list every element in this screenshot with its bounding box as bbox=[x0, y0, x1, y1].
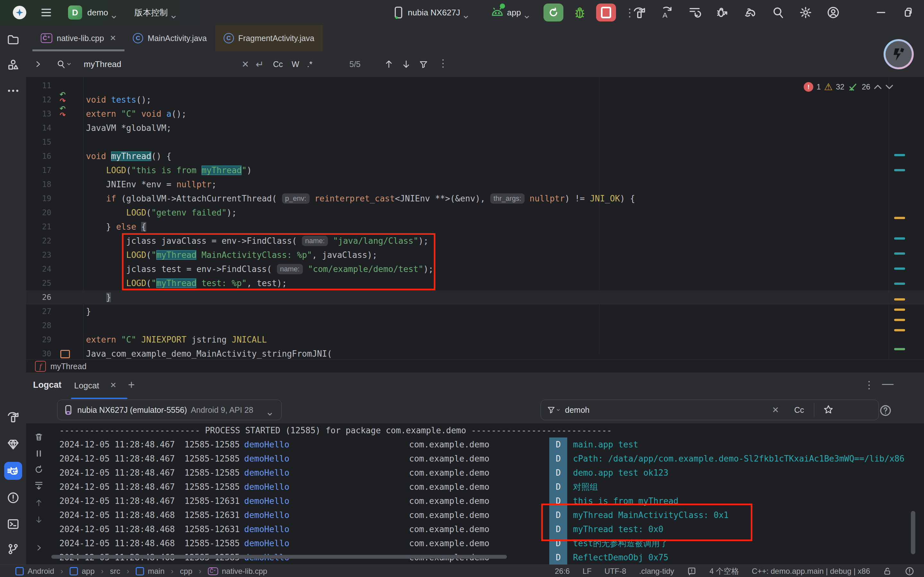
run-config-selector[interactable]: app bbox=[507, 8, 521, 18]
previous-occurrence-icon[interactable] bbox=[384, 59, 393, 69]
analyzer-status[interactable]: .clang-tidy bbox=[639, 567, 674, 576]
close-tab-icon[interactable]: ✕ bbox=[110, 34, 116, 43]
clear-filter-icon[interactable]: ✕ bbox=[772, 405, 779, 415]
target-device-selector[interactable]: nubia NX627J bbox=[408, 8, 460, 18]
search-everywhere-icon[interactable] bbox=[771, 6, 785, 19]
line-number[interactable]: 30 bbox=[26, 347, 51, 359]
floating-widget[interactable] bbox=[884, 39, 914, 69]
line-number[interactable]: 18 bbox=[26, 177, 51, 192]
stripe-search-mark[interactable] bbox=[894, 169, 905, 171]
logcat-filter-field[interactable]: demoh ✕ Cc bbox=[540, 400, 879, 420]
account-icon[interactable] bbox=[826, 6, 840, 19]
stripe-warning-mark[interactable] bbox=[894, 298, 905, 301]
resource-manager-icon[interactable] bbox=[4, 56, 22, 74]
logcat-output[interactable]: ---------------------------- PROCESS STA… bbox=[26, 423, 924, 564]
line-number[interactable]: 17 bbox=[26, 163, 51, 177]
code-line[interactable]: 14JavaVM *globalVM; bbox=[26, 121, 924, 135]
favorite-filter-icon[interactable] bbox=[823, 405, 834, 415]
help-icon[interactable] bbox=[879, 404, 892, 417]
line-number[interactable]: 24 bbox=[26, 262, 51, 276]
project-selector[interactable]: D demo bbox=[68, 5, 116, 19]
tab-mainactivity-java[interactable]: C MainActivity.java bbox=[124, 25, 215, 51]
breadcrumb-item[interactable]: main bbox=[148, 567, 164, 576]
line-number[interactable]: 26 bbox=[26, 290, 51, 305]
restore-icon[interactable] bbox=[901, 6, 914, 19]
filter-match-case-toggle[interactable]: Cc bbox=[794, 405, 804, 415]
caret-position[interactable]: 26:6 bbox=[555, 567, 570, 576]
vcs-widget[interactable]: 版本控制 bbox=[134, 7, 176, 18]
new-logcat-tab-icon[interactable]: + bbox=[128, 378, 135, 392]
filter-icon[interactable] bbox=[547, 405, 560, 414]
code-line[interactable]: 28 bbox=[26, 319, 924, 333]
words-toggle[interactable]: W bbox=[292, 60, 299, 69]
code-line[interactable]: 19 if (globalVM->AttachCurrentThread( p_… bbox=[26, 192, 924, 206]
line-number[interactable]: 13 bbox=[26, 107, 51, 121]
line-number[interactable]: 28 bbox=[26, 319, 51, 333]
breadcrumb-item[interactable]: Android bbox=[27, 567, 54, 576]
inspection-widget-icon[interactable] bbox=[687, 566, 697, 576]
code-line[interactable]: 13↶↷extern "C" void a(); bbox=[26, 107, 924, 121]
logcat-options-icon[interactable]: ⋮ bbox=[864, 379, 874, 391]
attach-debugger-icon[interactable] bbox=[716, 6, 729, 19]
newline-icon[interactable]: ↵ bbox=[256, 59, 264, 70]
code-line[interactable]: 27} bbox=[26, 305, 924, 319]
code-line[interactable]: 15 bbox=[26, 135, 924, 149]
build-configuration[interactable]: C++: demo.app.main | debug | x86 bbox=[752, 567, 870, 576]
breadcrumb-function[interactable]: myThread bbox=[50, 362, 87, 371]
search-mode-icon[interactable] bbox=[56, 59, 71, 69]
code-line[interactable]: 17 LOGD("this is from myThread") bbox=[26, 163, 924, 177]
build-icon[interactable] bbox=[633, 6, 646, 19]
terminal-tool-icon[interactable] bbox=[4, 515, 22, 533]
code-line[interactable]: 30Java_com_example_demo_MainActivity_str… bbox=[26, 347, 924, 359]
project-tool-icon[interactable] bbox=[4, 31, 22, 48]
previous-match-icon[interactable] bbox=[35, 499, 43, 507]
problems-tool-icon[interactable] bbox=[4, 489, 22, 507]
sync-icon[interactable]: A bbox=[660, 6, 674, 19]
next-match-icon[interactable] bbox=[35, 516, 43, 524]
run-config-chevron-icon[interactable] bbox=[524, 11, 529, 14]
more-tool-windows-icon[interactable] bbox=[4, 82, 22, 100]
code-line[interactable]: 26 } bbox=[26, 290, 924, 305]
alert-icon[interactable] bbox=[905, 566, 914, 576]
filter-query[interactable]: demoh bbox=[565, 405, 589, 415]
stripe-warning-mark[interactable] bbox=[894, 217, 905, 219]
line-number[interactable]: 21 bbox=[26, 220, 51, 234]
line-number[interactable]: 22 bbox=[26, 234, 51, 248]
indent-setting[interactable]: 4 个空格 bbox=[710, 566, 739, 576]
app-inspection-icon[interactable] bbox=[4, 435, 22, 453]
line-number[interactable]: 19 bbox=[26, 192, 51, 206]
main-menu-icon[interactable] bbox=[40, 6, 53, 19]
expand-replace-icon[interactable] bbox=[34, 60, 42, 68]
build-tool-icon[interactable] bbox=[4, 408, 22, 426]
breadcrumb-item[interactable]: src bbox=[110, 567, 120, 576]
regex-toggle[interactable]: .* bbox=[307, 60, 313, 69]
stripe-search-mark[interactable] bbox=[894, 268, 905, 270]
device-chevron-icon[interactable] bbox=[463, 11, 468, 14]
settings-icon[interactable] bbox=[799, 6, 812, 19]
horizontal-scrollbar[interactable] bbox=[51, 555, 507, 559]
stripe-warning-mark[interactable] bbox=[894, 319, 905, 321]
logcat-tab[interactable]: Logcat bbox=[74, 381, 99, 391]
code-line[interactable]: 16void myThread() { bbox=[26, 149, 924, 163]
line-number[interactable]: 20 bbox=[26, 206, 51, 220]
filter-search-icon[interactable] bbox=[419, 60, 428, 69]
logcat-device-selector[interactable]: nubia NX627J (emulator-5556) Android 9, … bbox=[57, 400, 282, 420]
stripe-warning-mark[interactable] bbox=[894, 329, 905, 331]
breadcrumb-item[interactable]: cpp bbox=[180, 567, 192, 576]
tab-fragmentactivity-java[interactable]: C FragmentActivity.java bbox=[215, 25, 323, 51]
prev-problem-icon[interactable] bbox=[874, 84, 882, 90]
debug-button[interactable] bbox=[573, 6, 587, 19]
logcat-tool-icon[interactable] bbox=[4, 462, 22, 480]
stripe-ok-mark[interactable] bbox=[894, 348, 905, 350]
inspections-widget[interactable]: ! 1 ⚠ 32 26 bbox=[804, 81, 893, 92]
line-number[interactable]: 12 bbox=[26, 93, 51, 107]
line-number[interactable]: 29 bbox=[26, 333, 51, 347]
gradle-sync-icon[interactable] bbox=[743, 6, 757, 19]
rerun-button[interactable] bbox=[543, 3, 563, 21]
line-number[interactable]: 15 bbox=[26, 135, 51, 149]
stripe-warning-mark[interactable] bbox=[894, 309, 905, 311]
line-number[interactable]: 11 bbox=[26, 79, 51, 93]
line-separator[interactable]: LF bbox=[583, 567, 592, 576]
code-line[interactable]: 29extern "C" JNIEXPORT jstring JNICALL bbox=[26, 333, 924, 347]
logcat-panel-title[interactable]: Logcat bbox=[33, 380, 61, 390]
